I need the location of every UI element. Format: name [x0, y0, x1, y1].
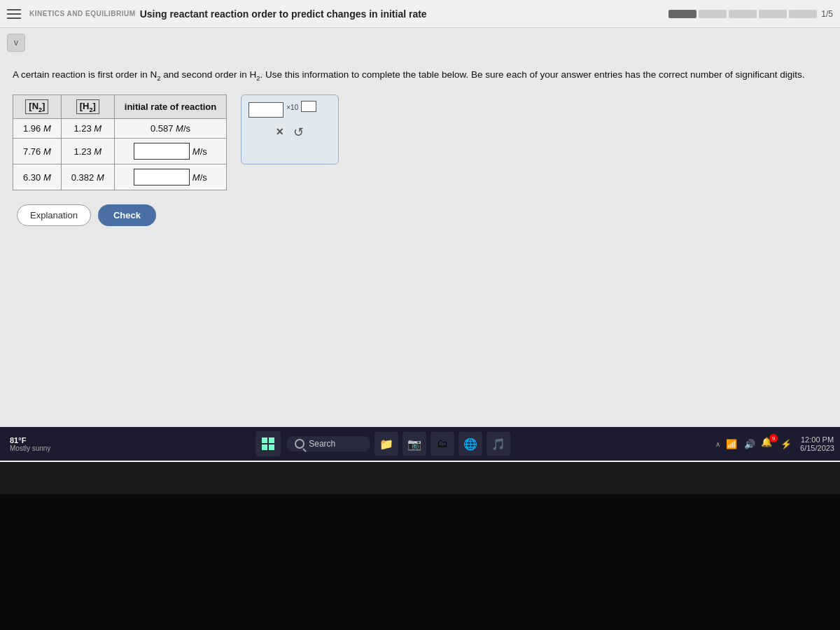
clock-time: 12:00 PM — [801, 435, 834, 444]
answer-popup: ×10 × ↺ — [241, 94, 339, 164]
taskbar-clock: 12:00 PM 6/15/2023 — [800, 435, 834, 452]
topic-label: KINETICS AND EQUILIBRIUM — [29, 10, 136, 18]
clock-date: 6/15/2023 — [800, 444, 834, 452]
volume-icon[interactable]: 🔊 — [743, 437, 757, 451]
hamburger-icon[interactable] — [7, 9, 21, 19]
rate-cell-2[interactable]: M/s — [114, 139, 226, 164]
start-button[interactable] — [255, 431, 281, 456]
taskbar-app1-icon[interactable]: 🎵 — [486, 432, 510, 456]
top-bar: KINETICS AND EQUILIBRIUM Using reactant … — [0, 0, 840, 28]
start-grid-icon — [262, 438, 274, 450]
notification-icon[interactable]: 🔔 9 — [761, 437, 775, 451]
table-row: 1.96 M 1.23 M 0.587 M/s — [13, 119, 227, 139]
table-row: 7.76 M 1.23 M M/s — [13, 139, 227, 164]
chevron-up-icon[interactable]: ∧ — [715, 440, 720, 448]
taskbar-file-icon[interactable]: 📁 — [374, 432, 398, 456]
base-input[interactable] — [248, 102, 284, 118]
h2-val-3: 0.382 M — [61, 164, 114, 190]
exponent-input-row: ×10 — [248, 102, 331, 118]
search-icon — [295, 439, 304, 449]
exponent-input[interactable] — [301, 101, 316, 112]
weather-temp: 81°F — [10, 436, 26, 444]
taskbar-search[interactable]: Search — [286, 436, 370, 451]
h2-val-2: 1.23 M — [61, 139, 114, 164]
explanation-button[interactable]: Explanation — [17, 204, 91, 226]
undo-button[interactable]: ↺ — [293, 125, 304, 140]
rate-input-2[interactable] — [134, 143, 190, 160]
close-button[interactable]: × — [276, 125, 284, 139]
wifi-icon[interactable]: 📶 — [724, 437, 738, 451]
col-rate-header: initial rate of reaction — [114, 94, 226, 119]
progress-seg-3 — [729, 10, 757, 18]
power-icon[interactable]: ⚡ — [779, 437, 793, 451]
progress-seg-2 — [699, 10, 727, 18]
n2-val-3: 6.30 M — [13, 164, 62, 190]
progress-bar — [668, 10, 817, 18]
rate-input-3[interactable] — [134, 169, 190, 186]
rate-cell-3[interactable]: M/s — [114, 164, 226, 190]
rate-val-1: 0.587 M/s — [114, 119, 226, 139]
browser-area: KINETICS AND EQUILIBRIUM Using reactant … — [0, 0, 840, 462]
check-button[interactable]: Check — [98, 204, 156, 226]
bottom-buttons: Explanation Check — [13, 204, 827, 226]
progress-seg-1 — [668, 10, 696, 18]
page-title: Using reactant reaction order to predict… — [140, 8, 669, 20]
data-table: [N2] [H2] initial rate of reaction 1.96 … — [13, 94, 227, 191]
x10-label: ×10 — [286, 104, 298, 111]
table-container: [N2] [H2] initial rate of reaction 1.96 … — [13, 94, 827, 191]
col-h2-header: [H2] — [61, 94, 114, 119]
table-row: 6.30 M 0.382 M M/s — [13, 164, 227, 190]
taskbar-folder-icon[interactable]: 🗂 — [430, 432, 454, 456]
h2-val-1: 1.23 M — [61, 119, 114, 139]
progress-fraction: 1/5 — [821, 9, 833, 19]
taskbar-camera-icon[interactable]: 📷 — [402, 432, 426, 456]
search-text: Search — [309, 439, 335, 449]
notification-badge: 9 — [769, 434, 778, 442]
problem-text: A certain reaction is first order in N2 … — [13, 67, 827, 83]
progress-seg-4 — [759, 10, 787, 18]
taskbar-weather: 81°F Mostly sunny — [6, 436, 50, 452]
weather-desc: Mostly sunny — [10, 444, 50, 452]
n2-val-1: 1.96 M — [13, 119, 62, 139]
content-area: A certain reaction is first order in N2 … — [0, 57, 840, 233]
collapse-button[interactable]: v — [7, 34, 25, 52]
system-tray: ∧ 📶 🔊 🔔 9 ⚡ 12:00 PM 6/15/2023 — [715, 435, 834, 452]
n2-val-2: 7.76 M — [13, 139, 62, 164]
popup-buttons: × ↺ — [248, 125, 331, 140]
dark-bottom-area — [0, 494, 840, 630]
col-n2-header: [N2] — [13, 94, 62, 119]
taskbar: 81°F Mostly sunny Search 📁 📷 🗂 🌐 🎵 ∧ 📶 🔊… — [0, 427, 840, 461]
progress-seg-5 — [789, 10, 817, 18]
taskbar-browser-icon[interactable]: 🌐 — [458, 432, 482, 456]
